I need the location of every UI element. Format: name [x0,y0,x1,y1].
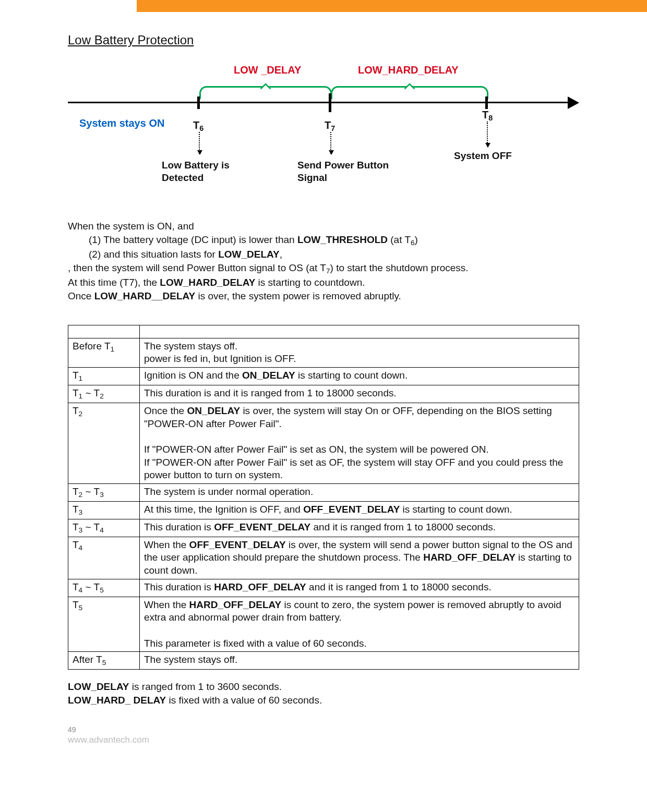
table-row: Before T1The system stays off.power is f… [68,338,579,367]
page-footer: 49 www.advantech.com [68,725,579,745]
arrow-down-icon [197,150,202,155]
text-line: LOW_HARD_ DELAY is fixed with a value of… [68,694,579,707]
page-content: Low Battery Protection LOW _DELAY LOW_HA… [0,12,647,761]
desc-cell: The system stays off.power is fed in, bu… [140,338,579,367]
tick-t6 [197,96,200,109]
arrow-t6 [199,132,200,154]
tick-t8 [485,96,488,109]
section-title: Low Battery Protection [68,33,579,47]
time-cell: T3 ~ T4 [68,519,140,537]
time-cell: After T5 [68,652,140,670]
text-line: (2) and this situation lasts for LOW_DEL… [89,248,579,261]
desc-cell: The system is under normal operation. [140,483,579,501]
desc-cell: This duration is OFF_EVENT_DELAY and it … [140,519,579,537]
text-line: When the system is ON, and [68,220,579,233]
time-cell: Before T1 [68,338,140,367]
timing-table: Before T1The system stays off.power is f… [68,325,579,670]
arrow-t7 [330,132,331,154]
time-axis [68,102,570,103]
table-row: T1 ~ T2This duration is and it is ranged… [68,385,579,403]
table-row: T3At this time, the Ignition is OFF, and… [68,501,579,519]
text-line: (1) The battery voltage (DC input) is lo… [89,233,579,248]
table-row: T1Ignition is ON and the ON_DELAY is sta… [68,368,579,385]
text-line: At this time (T7), the LOW_HARD_DELAY is… [68,276,579,289]
time-cell: T2 [68,403,140,483]
table-row: T5When the HARD_OFF_DELAY is count to ze… [68,597,579,652]
timing-diagram: LOW _DELAY LOW_HARD_DELAY System stays O… [68,57,579,208]
label-system-on: System stays ON [79,117,164,129]
label-low-hard-delay: LOW_HARD_DELAY [358,64,459,76]
event-low-battery: Low Battery is Detected [162,159,256,184]
brace-low-delay [199,86,332,99]
time-cell: T2 ~ T3 [68,483,140,501]
tick-t7 [329,93,331,112]
table-row: After T5The system stays off. [68,652,579,670]
desc-cell: This duration is and it is ranged from 1… [140,385,579,403]
page-number: 49 [68,725,579,734]
time-cell: T5 [68,597,140,652]
axis-arrow-icon [568,96,579,109]
text-line: , then the system will send Power Button… [68,261,579,276]
event-send-signal: Send Power Button Signal [297,159,391,184]
table-row: T4When the OFF_EVENT_DELAY is over, the … [68,537,579,579]
time-cell: T4 ~ T5 [68,579,140,597]
label-t8: T8 [482,109,493,122]
arrow-t8 [487,122,488,147]
desc-cell: This duration is HARD_OFF_DELAY and it i… [140,579,579,597]
desc-cell: When the OFF_EVENT_DELAY is over, the sy… [140,537,579,579]
table-row: T2 ~ T3The system is under normal operat… [68,483,579,501]
desc-cell: Once the ON_DELAY is over, the system wi… [140,403,579,483]
time-cell: T4 [68,537,140,579]
description-text: When the system is ON, and (1) The batte… [68,220,579,303]
table-row: T2Once the ON_DELAY is over, the system … [68,403,579,483]
event-system-off: System OFF [454,150,537,162]
notes: LOW_DELAY is ranged from 1 to 3600 secon… [68,680,579,707]
table-row: T3 ~ T4This duration is OFF_EVENT_DELAY … [68,519,579,537]
footer-url: www.advantech.com [68,735,149,745]
time-cell: T1 ~ T2 [68,385,140,403]
label-low-delay: LOW _DELAY [234,64,301,76]
header-white-block [0,0,137,13]
header-bar [0,0,647,12]
desc-cell: The system stays off. [140,652,579,670]
text-line: LOW_DELAY is ranged from 1 to 3600 secon… [68,680,579,694]
time-cell: T1 [68,368,140,385]
desc-cell: At this time, the Ignition is OFF, and O… [140,501,579,519]
desc-cell: When the HARD_OFF_DELAY is count to zero… [140,597,579,652]
time-cell: T3 [68,501,140,519]
brace-low-hard-delay [331,86,488,99]
table-row: T4 ~ T5This duration is HARD_OFF_DELAY a… [68,579,579,597]
label-t6: T6 [193,119,203,132]
arrow-down-icon [329,150,334,155]
label-t7: T7 [325,119,335,132]
text-line: Once LOW_HARD__DELAY is over, the system… [68,289,579,303]
arrow-down-icon [485,143,490,148]
desc-cell: Ignition is ON and the ON_DELAY is start… [140,368,579,385]
table-row [68,325,579,338]
